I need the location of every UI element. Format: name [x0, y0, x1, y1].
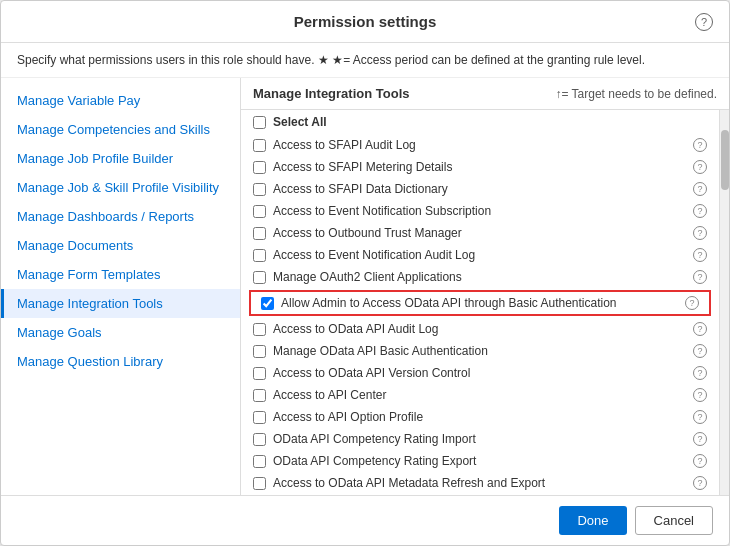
- right-panel-header: Manage Integration Tools ↑= Target needs…: [241, 78, 729, 110]
- dialog-body: Specify what permissions users in this r…: [1, 43, 729, 495]
- perm-label-sfapi-metering-details: Access to SFAPI Metering Details: [273, 160, 689, 174]
- sidebar-item-manage-question-library[interactable]: Manage Question Library: [1, 347, 240, 376]
- sidebar-item-manage-variable-pay[interactable]: Manage Variable Pay: [1, 86, 240, 115]
- perm-info-icon-odata-competency-rating-import[interactable]: ?: [693, 432, 707, 446]
- perm-info-icon-access-api-option-profile[interactable]: ?: [693, 410, 707, 424]
- perm-info-icon-odata-metadata-refresh-export[interactable]: ?: [693, 476, 707, 490]
- star-note: ★: [318, 53, 329, 67]
- perm-info-icon-odata-competency-rating-export[interactable]: ?: [693, 454, 707, 468]
- perm-label-odata-competency-rating-import: OData API Competency Rating Import: [273, 432, 689, 446]
- perm-checkbox-manage-oauth2-client-apps[interactable]: [253, 271, 266, 284]
- sidebar-item-manage-job-skill-profile-visibility[interactable]: Manage Job & Skill Profile Visibility: [1, 173, 240, 202]
- sidebar-item-manage-documents[interactable]: Manage Documents: [1, 231, 240, 260]
- perm-checkbox-odata-competency-rating-import[interactable]: [253, 433, 266, 446]
- perm-checkbox-sfapi-metering-details[interactable]: [253, 161, 266, 174]
- perm-checkbox-manage-odata-basic-auth[interactable]: [253, 345, 266, 358]
- perm-info-icon-event-notification-audit-log[interactable]: ?: [693, 248, 707, 262]
- perm-info-icon-event-notification-subscription[interactable]: ?: [693, 204, 707, 218]
- perm-item-access-api-option-profile: Access to API Option Profile?: [241, 406, 719, 428]
- perm-item-odata-competency-rating-import: OData API Competency Rating Import?: [241, 428, 719, 450]
- permissions-scroll-area[interactable]: Select All Access to SFAPI Audit Log?Acc…: [241, 110, 719, 495]
- right-panel-title: Manage Integration Tools: [253, 86, 410, 101]
- sidebar-item-manage-competencies-skills[interactable]: Manage Competencies and Skills: [1, 115, 240, 144]
- dialog-title: Permission settings: [294, 13, 437, 30]
- perm-item-manage-oauth2-client-apps: Manage OAuth2 Client Applications?: [241, 266, 719, 288]
- sidebar-item-manage-integration-tools[interactable]: Manage Integration Tools: [1, 289, 240, 318]
- perm-item-odata-competency-rating-export: OData API Competency Rating Export?: [241, 450, 719, 472]
- perm-checkbox-sfapi-data-dictionary[interactable]: [253, 183, 266, 196]
- right-panel-inner: Select All Access to SFAPI Audit Log?Acc…: [241, 110, 729, 495]
- perm-item-odata-api-version-control: Access to OData API Version Control?: [241, 362, 719, 384]
- permissions-list: Access to SFAPI Audit Log?Access to SFAP…: [241, 134, 719, 494]
- perm-info-icon-access-api-center[interactable]: ?: [693, 388, 707, 402]
- perm-item-sfapi-metering-details: Access to SFAPI Metering Details?: [241, 156, 719, 178]
- perm-checkbox-sfapi-audit-log[interactable]: [253, 139, 266, 152]
- perm-checkbox-odata-api-version-control[interactable]: [253, 367, 266, 380]
- star-description: ★= Access period can be defined at the g…: [332, 53, 645, 67]
- select-all-label: Select All: [273, 115, 327, 129]
- perm-checkbox-odata-metadata-refresh-export[interactable]: [253, 477, 266, 490]
- perm-info-icon-outbound-trust-manager[interactable]: ?: [693, 226, 707, 240]
- perm-checkbox-access-api-center[interactable]: [253, 389, 266, 402]
- main-content: Manage Variable PayManage Competencies a…: [1, 78, 729, 495]
- perm-label-outbound-trust-manager: Access to Outbound Trust Manager: [273, 226, 689, 240]
- cancel-button[interactable]: Cancel: [635, 506, 713, 535]
- done-button[interactable]: Done: [559, 506, 626, 535]
- perm-item-outbound-trust-manager: Access to Outbound Trust Manager?: [241, 222, 719, 244]
- perm-checkbox-odata-competency-rating-export[interactable]: [253, 455, 266, 468]
- dialog-header: Permission settings ?: [1, 1, 729, 43]
- info-bar: Specify what permissions users in this r…: [1, 43, 729, 78]
- perm-checkbox-allow-admin-odata-basic-auth[interactable]: [261, 297, 274, 310]
- sidebar: Manage Variable PayManage Competencies a…: [1, 78, 241, 495]
- target-note: ↑= Target needs to be defined.: [555, 87, 717, 101]
- perm-label-event-notification-audit-log: Access to Event Notification Audit Log: [273, 248, 689, 262]
- perm-label-sfapi-audit-log: Access to SFAPI Audit Log: [273, 138, 689, 152]
- perm-item-sfapi-data-dictionary: Access to SFAPI Data Dictionary?: [241, 178, 719, 200]
- perm-checkbox-event-notification-subscription[interactable]: [253, 205, 266, 218]
- sidebar-item-manage-goals[interactable]: Manage Goals: [1, 318, 240, 347]
- perm-label-manage-oauth2-client-apps: Manage OAuth2 Client Applications: [273, 270, 689, 284]
- perm-item-manage-odata-basic-auth: Manage OData API Basic Authentication?: [241, 340, 719, 362]
- scrollbar-thumb[interactable]: [721, 130, 729, 190]
- sidebar-item-manage-dashboards-reports[interactable]: Manage Dashboards / Reports: [1, 202, 240, 231]
- perm-label-access-api-center: Access to API Center: [273, 388, 689, 402]
- perm-info-icon-sfapi-metering-details[interactable]: ?: [693, 160, 707, 174]
- perm-item-sfapi-audit-log: Access to SFAPI Audit Log?: [241, 134, 719, 156]
- permission-settings-dialog: Permission settings ? Specify what permi…: [0, 0, 730, 546]
- perm-checkbox-access-api-option-profile[interactable]: [253, 411, 266, 424]
- sidebar-item-manage-form-templates[interactable]: Manage Form Templates: [1, 260, 240, 289]
- perm-info-icon-odata-api-version-control[interactable]: ?: [693, 366, 707, 380]
- perm-item-event-notification-subscription: Access to Event Notification Subscriptio…: [241, 200, 719, 222]
- select-all-row: Select All: [241, 110, 719, 134]
- perm-info-icon-odata-audit-log[interactable]: ?: [693, 322, 707, 336]
- info-text: Specify what permissions users in this r…: [17, 53, 314, 67]
- perm-checkbox-event-notification-audit-log[interactable]: [253, 249, 266, 262]
- perm-info-icon-manage-odata-basic-auth[interactable]: ?: [693, 344, 707, 358]
- perm-info-icon-manage-oauth2-client-apps[interactable]: ?: [693, 270, 707, 284]
- perm-label-odata-metadata-refresh-export: Access to OData API Metadata Refresh and…: [273, 476, 689, 490]
- right-panel: Manage Integration Tools ↑= Target needs…: [241, 78, 729, 495]
- perm-item-event-notification-audit-log: Access to Event Notification Audit Log?: [241, 244, 719, 266]
- perm-label-odata-api-version-control: Access to OData API Version Control: [273, 366, 689, 380]
- dialog-footer: Done Cancel: [1, 495, 729, 545]
- perm-label-manage-odata-basic-auth: Manage OData API Basic Authentication: [273, 344, 689, 358]
- perm-item-odata-audit-log: Access to OData API Audit Log?: [241, 318, 719, 340]
- perm-checkbox-outbound-trust-manager[interactable]: [253, 227, 266, 240]
- help-icon[interactable]: ?: [695, 13, 713, 31]
- perm-label-odata-audit-log: Access to OData API Audit Log: [273, 322, 689, 336]
- scrollbar-track[interactable]: [719, 110, 729, 495]
- perm-item-access-api-center: Access to API Center?: [241, 384, 719, 406]
- sidebar-item-manage-job-profile-builder[interactable]: Manage Job Profile Builder: [1, 144, 240, 173]
- perm-info-icon-allow-admin-odata-basic-auth[interactable]: ?: [685, 296, 699, 310]
- perm-info-icon-sfapi-data-dictionary[interactable]: ?: [693, 182, 707, 196]
- perm-item-odata-metadata-refresh-export: Access to OData API Metadata Refresh and…: [241, 472, 719, 494]
- perm-label-access-api-option-profile: Access to API Option Profile: [273, 410, 689, 424]
- perm-info-icon-sfapi-audit-log[interactable]: ?: [693, 138, 707, 152]
- perm-checkbox-odata-audit-log[interactable]: [253, 323, 266, 336]
- perm-label-event-notification-subscription: Access to Event Notification Subscriptio…: [273, 204, 689, 218]
- perm-label-odata-competency-rating-export: OData API Competency Rating Export: [273, 454, 689, 468]
- perm-label-sfapi-data-dictionary: Access to SFAPI Data Dictionary: [273, 182, 689, 196]
- perm-item-allow-admin-odata-basic-auth: Allow Admin to Access OData API through …: [249, 290, 711, 316]
- perm-label-allow-admin-odata-basic-auth: Allow Admin to Access OData API through …: [281, 296, 681, 310]
- select-all-checkbox[interactable]: [253, 116, 266, 129]
